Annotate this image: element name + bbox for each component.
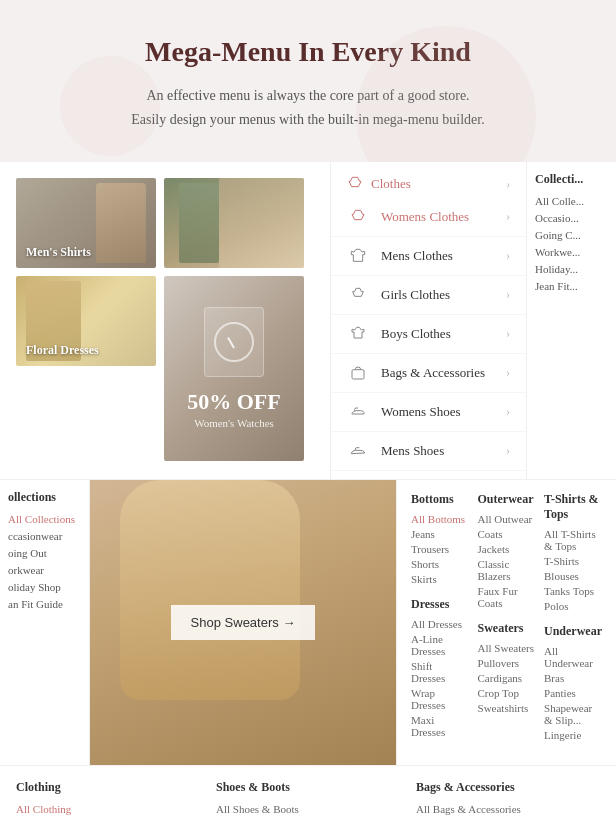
mega-col-3: T-Shirts & Tops All T-Shirts & Tops T-Sh… — [544, 492, 602, 753]
top-row: Men's Shirts Floral Dresses — [0, 162, 616, 479]
watches-percent: 50% OFF — [187, 389, 281, 415]
watches-card[interactable]: 50% OFF Women's Watches — [164, 276, 304, 461]
watches-label: Women's Watches — [187, 417, 281, 429]
underwear-link-lingerie[interactable]: Lingerie — [544, 729, 602, 741]
bags-col-title: Bags & Accessories — [416, 780, 600, 795]
tshirts-link-all[interactable]: All T-Shirts & Tops — [544, 528, 602, 552]
bottoms-link-all[interactable]: All Bottoms — [411, 513, 468, 525]
collection-link-all[interactable]: All Collections — [8, 513, 81, 525]
fashion-photo-card[interactable] — [164, 178, 304, 268]
menu-item-mens-clothes-label: Mens Clothes — [381, 248, 453, 264]
menu-item-womens-shoes[interactable]: Womens Shoes › — [331, 393, 526, 432]
dresses-link-shift[interactable]: Shift Dresses — [411, 660, 468, 684]
outerwear-link-all[interactable]: All Outwear — [478, 513, 535, 525]
main-content: Men's Shirts Floral Dresses — [0, 162, 616, 819]
outerwear-link-coats[interactable]: Coats — [478, 528, 535, 540]
clothing-col-title: Clothing — [16, 780, 200, 795]
menu-item-boys-clothes[interactable]: Boys Clothes › — [331, 315, 526, 354]
menu-arrow-header: › — [506, 176, 510, 192]
dresses-link-all[interactable]: All Dresses — [411, 618, 468, 630]
mens-shirts-card[interactable]: Men's Shirts — [16, 178, 156, 268]
menu-item-bags[interactable]: Bags & Accessories › — [331, 354, 526, 393]
mega-menu-panel: Bottoms All Bottoms Jeans Trousers Short… — [396, 480, 616, 765]
underwear-link-shapewear[interactable]: Shapewear & Slip... — [544, 702, 602, 726]
collection-link[interactable]: Workwe... — [535, 246, 608, 258]
womens-shoes-icon — [347, 403, 369, 421]
sweaters-link-all[interactable]: All Sweaters — [478, 642, 535, 654]
menu-item-womens-shoes-label: Womens Shoes — [381, 404, 460, 420]
outerwear-section: Outerwear All Outwear Coats Jackets Clas… — [478, 492, 535, 609]
underwear-link-bras[interactable]: Bras — [544, 672, 602, 684]
collections-title-left: ollections — [8, 490, 81, 505]
menu-item-girls-clothes[interactable]: Girls Clothes › — [331, 276, 526, 315]
dresses-link-maxi[interactable]: Maxi Dresses — [411, 714, 468, 738]
underwear-link-all[interactable]: All Underwear — [544, 645, 602, 669]
collection-link-occasionwear[interactable]: ccasionwear — [8, 530, 81, 542]
menu-item-womens-clothes-label: Womens Clothes — [381, 209, 469, 225]
middle-row: ollections All Collections ccasionwear o… — [0, 479, 616, 765]
menu-item-arrow: › — [506, 404, 510, 419]
sweaters-link-sweatshirts[interactable]: Sweatshirts — [478, 702, 535, 714]
outerwear-link-jackets[interactable]: Jackets — [478, 543, 535, 555]
dresses-section: Dresses All Dresses A-Line Dresses Shift… — [411, 597, 468, 738]
bottoms-link-skirts[interactable]: Skirts — [411, 573, 468, 585]
menu-item-arrow: › — [506, 365, 510, 380]
sweater-image: Shop Sweaters → — [90, 480, 396, 765]
bags-link-all[interactable]: All Bags & Accessories — [416, 803, 600, 815]
page-title: Mega-Menu In Every Kind — [20, 36, 596, 68]
menu-item-womens-clothes[interactable]: Womens Clothes › — [331, 198, 526, 237]
bottoms-section: Bottoms All Bottoms Jeans Trousers Short… — [411, 492, 468, 585]
right-menu-panel: Clothes › Womens Clothes › — [330, 162, 526, 479]
menu-item-bags-label: Bags & Accessories — [381, 365, 485, 381]
tshirts-link-tshirts[interactable]: T-Shirts — [544, 555, 602, 567]
bags-column: Bags & Accessories All Bags & Accessorie… — [416, 780, 600, 819]
collection-link-jeanfit[interactable]: an Fit Guide — [8, 598, 81, 610]
sweaters-section: Sweaters All Sweaters Pullovers Cardigan… — [478, 621, 535, 714]
sweaters-link-cardigans[interactable]: Cardigans — [478, 672, 535, 684]
tshirts-section: T-Shirts & Tops All T-Shirts & Tops T-Sh… — [544, 492, 602, 612]
underwear-link-panties[interactable]: Panties — [544, 687, 602, 699]
menu-item-mens-clothes[interactable]: Mens Clothes › — [331, 237, 526, 276]
menu-item-arrow: › — [506, 443, 510, 458]
collection-link[interactable]: All Colle... — [535, 195, 608, 207]
sweaters-link-croptop[interactable]: Crop Top — [478, 687, 535, 699]
bottoms-link-jeans[interactable]: Jeans — [411, 528, 468, 540]
floral-dresses-label: Floral Dresses — [26, 343, 99, 358]
dresses-link-wrap[interactable]: Wrap Dresses — [411, 687, 468, 711]
bottoms-link-trousers[interactable]: Trousers — [411, 543, 468, 555]
mega-col-1: Bottoms All Bottoms Jeans Trousers Short… — [411, 492, 468, 753]
collection-link-workwear[interactable]: orkwear — [8, 564, 81, 576]
collection-link-going-out[interactable]: oing Out — [8, 547, 81, 559]
mega-col-2: Outerwear All Outwear Coats Jackets Clas… — [478, 492, 535, 753]
shop-sweaters-label: Shop Sweaters → — [191, 615, 296, 630]
menu-item-mens-shoes[interactable]: Mens Shoes › — [331, 432, 526, 471]
mega-columns: Bottoms All Bottoms Jeans Trousers Short… — [411, 492, 602, 753]
collection-link[interactable]: Occasio... — [535, 212, 608, 224]
clothing-link-all[interactable]: All Clothing — [16, 803, 200, 815]
collection-link[interactable]: Holiday... — [535, 263, 608, 275]
menu-item-girls-clothes-label: Girls Clothes — [381, 287, 450, 303]
underwear-section: Underwear All Underwear Bras Panties Sha… — [544, 624, 602, 741]
sweaters-title: Sweaters — [478, 621, 535, 636]
dresses-link-aline[interactable]: A-Line Dresses — [411, 633, 468, 657]
menu-item-boys-clothes-label: Boys Clothes — [381, 326, 451, 342]
shoes-link-all[interactable]: All Shoes & Boots — [216, 803, 400, 815]
bottoms-link-shorts[interactable]: Shorts — [411, 558, 468, 570]
menu-item-mens-shoes-label: Mens Shoes — [381, 443, 444, 459]
header-subtitle: An effective menu is always the core par… — [20, 84, 596, 132]
tshirts-link-polos[interactable]: Polos — [544, 600, 602, 612]
svg-rect-0 — [352, 369, 364, 378]
sweaters-link-pullovers[interactable]: Pullovers — [478, 657, 535, 669]
collections-panel-right: Collecti... All Colle... Occasio... Goin… — [526, 162, 616, 479]
outerwear-link-faux[interactable]: Faux Fur Coats — [478, 585, 535, 609]
tshirts-link-blouses[interactable]: Blouses — [544, 570, 602, 582]
floral-dresses-card[interactable]: Floral Dresses — [16, 276, 156, 366]
boys-clothes-icon — [347, 325, 369, 343]
collection-link[interactable]: Going C... — [535, 229, 608, 241]
outerwear-link-blazers[interactable]: Classic Blazers — [478, 558, 535, 582]
left-image-panel: Men's Shirts Floral Dresses — [0, 162, 330, 479]
collection-link-holiday[interactable]: oliday Shop — [8, 581, 81, 593]
shop-sweaters-button[interactable]: Shop Sweaters → — [171, 605, 316, 640]
tshirts-link-tanks[interactable]: Tanks Tops — [544, 585, 602, 597]
collection-link[interactable]: Jean Fit... — [535, 280, 608, 292]
